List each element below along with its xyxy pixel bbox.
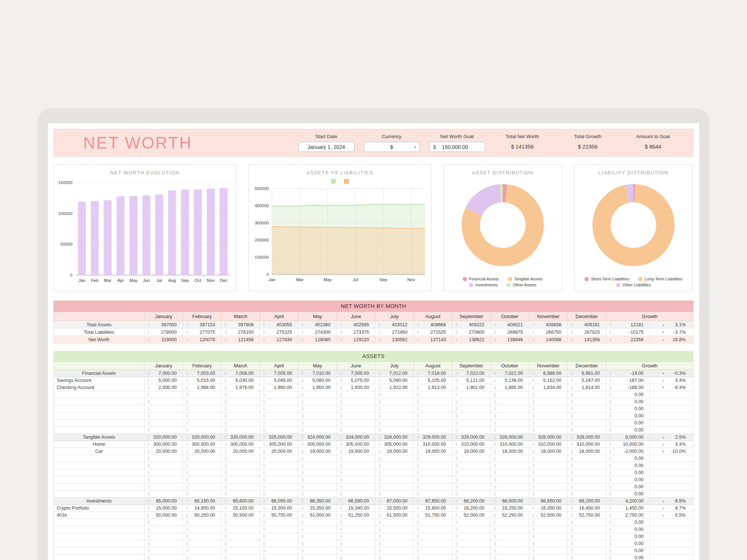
row-label-cell[interactable] xyxy=(54,398,145,405)
month-value-cell[interactable]: $52,500.00 xyxy=(529,512,568,519)
month-value-cell[interactable]: $ xyxy=(452,519,491,526)
month-value-cell[interactable]: $ xyxy=(145,405,183,413)
month-value-cell[interactable]: $16,250.00 xyxy=(491,505,529,512)
month-value-cell[interactable]: $5,090.00 xyxy=(375,377,414,384)
month-value-cell[interactable]: $ xyxy=(568,427,606,434)
month-value-cell[interactable]: $51,000.00 xyxy=(298,512,337,519)
month-value-cell[interactable]: $ xyxy=(298,476,337,483)
month-value-cell[interactable]: $65,600.00 xyxy=(221,498,260,505)
month-value-cell[interactable]: $1,913.00 xyxy=(414,384,452,391)
month-value-cell[interactable]: $ xyxy=(298,491,337,498)
month-value-cell[interactable]: $ xyxy=(529,533,568,540)
month-value-cell[interactable]: $ xyxy=(568,540,606,547)
month-value-cell[interactable]: $69,200.00 xyxy=(568,498,606,505)
month-value-cell[interactable]: $ xyxy=(529,413,568,420)
month-value-cell[interactable]: $68,500.00 xyxy=(491,498,529,505)
month-value-cell[interactable]: $ xyxy=(260,398,298,405)
month-value-cell[interactable]: $ xyxy=(452,398,491,405)
month-value-cell[interactable]: $ xyxy=(414,491,452,498)
growth-percent-cell[interactable] xyxy=(650,547,694,554)
month-value-cell[interactable]: $ xyxy=(221,427,260,434)
row-label-cell[interactable]: Car xyxy=(54,448,145,455)
month-value-cell[interactable]: $18,000.00 xyxy=(568,448,606,455)
month-value-cell[interactable]: $ xyxy=(145,455,183,462)
month-value-cell[interactable]: $ xyxy=(529,491,568,498)
row-label-cell[interactable]: Checking Account xyxy=(54,384,145,391)
month-value-cell[interactable]: $ xyxy=(375,547,414,554)
month-value-cell[interactable]: $ xyxy=(375,491,414,498)
row-label-cell[interactable] xyxy=(54,540,145,547)
month-value-cell[interactable]: $51,250.00 xyxy=(337,512,375,519)
growth-percent-cell[interactable] xyxy=(650,469,694,476)
month-value-cell[interactable]: $ xyxy=(375,469,414,476)
month-value-cell[interactable]: $67,000.00 xyxy=(375,498,414,505)
growth-value-cell[interactable]: $10,000.00 xyxy=(606,441,650,448)
month-value-cell[interactable]: $15,340.00 xyxy=(337,505,375,512)
month-value-cell[interactable]: $ xyxy=(452,420,491,427)
month-value-cell[interactable]: $5,015.00 xyxy=(183,377,221,384)
month-value-cell[interactable]: $119000 xyxy=(145,336,183,343)
growth-percent-cell[interactable]: ▲3.3% xyxy=(650,377,694,384)
month-value-cell[interactable]: $ xyxy=(452,462,491,469)
month-value-cell[interactable]: $ xyxy=(183,519,221,526)
month-value-cell[interactable]: $ xyxy=(260,554,298,560)
month-value-cell[interactable]: $ xyxy=(491,455,529,462)
month-value-cell[interactable]: $15,000.00 xyxy=(145,505,183,512)
row-label-cell[interactable] xyxy=(54,427,145,434)
growth-percent-cell[interactable] xyxy=(650,519,694,526)
growth-value-cell[interactable]: $0.00 xyxy=(606,462,650,469)
growth-value-cell[interactable]: $-2,000.00 xyxy=(606,448,650,455)
month-value-cell[interactable]: $5,121.00 xyxy=(452,377,491,384)
growth-value-cell[interactable]: $0.00 xyxy=(606,554,650,560)
month-value-cell[interactable]: $ xyxy=(491,427,529,434)
growth-value-cell[interactable]: $4,200.00 xyxy=(606,498,650,505)
month-value-cell[interactable]: $ xyxy=(568,491,606,498)
month-header-cell[interactable]: June xyxy=(337,362,375,370)
month-value-cell[interactable]: $ xyxy=(529,554,568,560)
month-value-cell[interactable]: $328,000.00 xyxy=(568,434,606,441)
month-value-cell[interactable]: $ xyxy=(145,413,183,420)
month-value-cell[interactable]: $402595 xyxy=(337,321,375,329)
month-value-cell[interactable]: $ xyxy=(260,391,298,398)
month-value-cell[interactable]: $ xyxy=(183,533,221,540)
month-value-cell[interactable]: $ xyxy=(452,547,491,554)
growth-percent-cell[interactable]: ▼-9.3% xyxy=(650,384,694,391)
month-value-cell[interactable]: $ xyxy=(337,491,375,498)
month-value-cell[interactable]: $19,000.00 xyxy=(375,448,414,455)
month-value-cell[interactable]: $7,021.00 xyxy=(491,370,529,377)
month-value-cell[interactable]: $138846 xyxy=(491,336,529,343)
month-value-cell[interactable]: $ xyxy=(529,547,568,554)
month-value-cell[interactable]: $409222 xyxy=(452,321,491,329)
month-value-cell[interactable]: $ xyxy=(145,519,183,526)
month-value-cell[interactable]: $ xyxy=(183,398,221,405)
month-value-cell[interactable]: $141356 xyxy=(568,336,606,343)
growth-percent-cell[interactable]: ▲2.5% xyxy=(650,434,694,441)
month-value-cell[interactable]: $ xyxy=(529,462,568,469)
month-value-cell[interactable]: $ xyxy=(183,405,221,413)
month-value-cell[interactable]: $ xyxy=(414,554,452,560)
month-value-cell[interactable]: $68,850.00 xyxy=(529,498,568,505)
month-value-cell[interactable]: $ xyxy=(452,413,491,420)
month-value-cell[interactable]: $1,978.00 xyxy=(221,384,260,391)
month-value-cell[interactable]: $6,981.00 xyxy=(568,370,606,377)
corner-cell[interactable] xyxy=(54,362,145,370)
month-value-cell[interactable]: $ xyxy=(414,405,452,413)
month-value-cell[interactable]: $328,000.00 xyxy=(491,434,529,441)
month-value-cell[interactable]: $ xyxy=(298,519,337,526)
month-value-cell[interactable]: $66,050.00 xyxy=(260,498,298,505)
month-value-cell[interactable]: $ xyxy=(260,547,298,554)
corner-cell[interactable] xyxy=(54,312,145,321)
month-value-cell[interactable]: $ xyxy=(491,420,529,427)
month-value-cell[interactable]: $ xyxy=(375,526,414,533)
month-value-cell[interactable]: $ xyxy=(145,476,183,483)
month-value-cell[interactable]: $ xyxy=(375,455,414,462)
month-value-cell[interactable]: $ xyxy=(414,469,452,476)
month-value-cell[interactable]: $ xyxy=(221,398,260,405)
month-value-cell[interactable]: $5,152.00 xyxy=(529,377,568,384)
growth-value-cell[interactable]: $1,450.00 xyxy=(606,505,650,512)
month-value-cell[interactable]: $ xyxy=(221,462,260,469)
month-value-cell[interactable]: $ xyxy=(568,547,606,554)
month-value-cell[interactable]: $ xyxy=(337,455,375,462)
month-value-cell[interactable]: $ xyxy=(414,398,452,405)
month-value-cell[interactable]: $ xyxy=(414,547,452,554)
